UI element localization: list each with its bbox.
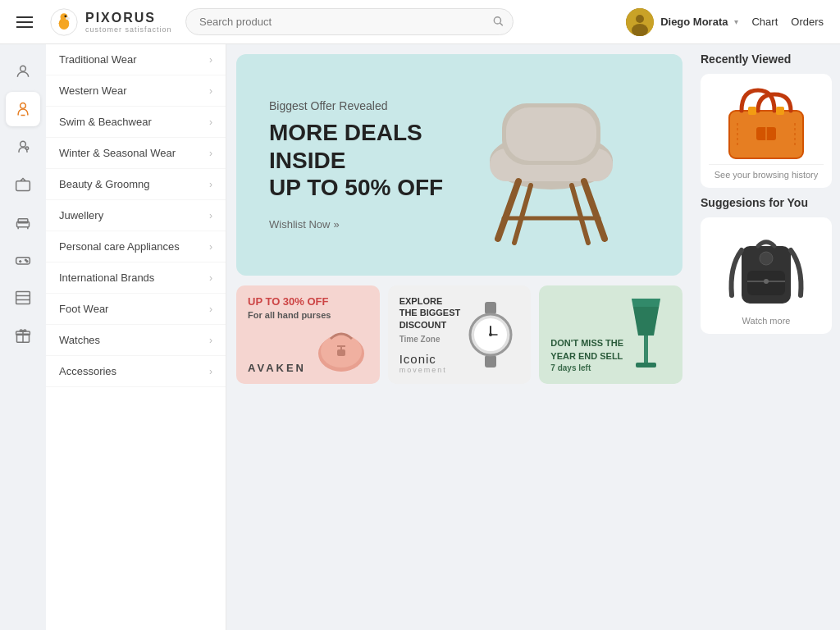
recently-viewed-card: See your browsing history xyxy=(701,74,832,188)
category-label: Beauty & Groomng xyxy=(59,178,150,190)
category-label: Swim & Beachwear xyxy=(59,116,152,128)
category-arrow-icon: › xyxy=(209,54,212,66)
sub-banner-purse[interactable]: UP TO 30% OFF For all hand purses AVAKEN xyxy=(236,285,380,384)
svg-rect-34 xyxy=(506,107,596,161)
chair-illustration xyxy=(453,79,650,251)
recently-viewed-title: Recently Viewed xyxy=(701,52,832,66)
right-panel: Recently Viewed See your xyxy=(692,44,840,630)
logo-tagline: customer satisfaction xyxy=(85,25,172,34)
svg-point-11 xyxy=(21,103,26,109)
svg-line-35 xyxy=(498,181,518,239)
category-item[interactable]: Accessories› xyxy=(46,356,226,387)
sidebar-item-customer[interactable] xyxy=(6,130,40,164)
content-area: Biggest Offer Revealed MORE DEALS INSIDE… xyxy=(226,44,692,630)
category-label: Winter & Seasonal Wear xyxy=(59,147,176,159)
category-label: Western Wear xyxy=(59,84,127,97)
sidebar-item-user[interactable] xyxy=(6,54,40,89)
main-layout: Traditional Wear›Western Wear›Swim & Bea… xyxy=(0,44,840,630)
search-bar xyxy=(185,8,514,35)
banner-wishlist-link[interactable]: Wishlist Now » xyxy=(269,218,453,231)
category-label: Juwellery xyxy=(59,209,103,221)
orders-link[interactable]: Orders xyxy=(791,16,824,28)
banner-headline: MORE DEALS INSIDE UP TO 50% OFF xyxy=(269,119,453,202)
svg-point-13 xyxy=(21,141,26,147)
category-item[interactable]: Winter & Seasonal Wear› xyxy=(46,138,226,169)
svg-point-24 xyxy=(26,261,28,262)
sub-banner-2-text: EXPLORE THE BIGGEST DISCOUNT Time Zone xyxy=(399,295,461,345)
category-label: Traditional Wear xyxy=(59,53,137,66)
category-item[interactable]: Watches› xyxy=(46,325,226,356)
svg-rect-17 xyxy=(18,219,28,223)
user-area[interactable]: Diego Morata ▾ xyxy=(626,8,738,36)
sidebar-item-controller[interactable] xyxy=(6,243,40,277)
category-item[interactable]: Juwellery› xyxy=(46,200,226,231)
sidebar-item-person[interactable] xyxy=(6,92,40,126)
svg-point-4 xyxy=(64,15,66,17)
category-arrow-icon: › xyxy=(209,272,212,284)
svg-rect-45 xyxy=(485,302,496,314)
category-label: Personal care Appliances xyxy=(59,240,180,253)
sub-banner-1-offer: UP TO 30% OFF xyxy=(248,295,331,309)
category-item[interactable]: Western Wear› xyxy=(46,75,226,107)
avaken-logo: AVAKEN xyxy=(248,362,306,374)
orange-bag-icon xyxy=(717,82,815,164)
sub-banner-watch[interactable]: EXPLORE THE BIGGEST DISCOUNT Time Zone xyxy=(388,285,532,384)
category-item[interactable]: Swim & Beachwear› xyxy=(46,107,226,138)
suggestions-title: Suggesions for You xyxy=(701,196,832,209)
svg-point-10 xyxy=(21,66,26,71)
search-input[interactable] xyxy=(185,8,514,35)
category-arrow-icon: › xyxy=(209,116,212,128)
category-label: Watches xyxy=(59,334,100,346)
svg-rect-58 xyxy=(748,107,756,115)
category-arrow-icon: › xyxy=(209,366,212,377)
sidebar-item-shelves[interactable] xyxy=(6,281,40,315)
chair-svg xyxy=(453,79,650,251)
logo-name: PIXORUS xyxy=(85,11,172,25)
svg-line-6 xyxy=(500,23,503,25)
sub-banner-3-text: DON'T MISS THE YEAR END SELL 7 days left xyxy=(550,337,623,374)
svg-point-14 xyxy=(25,147,28,149)
category-menu: Traditional Wear›Western Wear›Swim & Bea… xyxy=(46,44,226,630)
search-button[interactable] xyxy=(492,15,504,29)
user-name: Diego Morata xyxy=(660,16,728,28)
banner-subtitle: Biggest Offer Revealed xyxy=(269,99,453,112)
category-item[interactable]: Traditional Wear› xyxy=(46,44,226,75)
sidebar-item-gift[interactable] xyxy=(6,318,40,353)
sidebar-item-tv[interactable] xyxy=(6,167,40,202)
category-item[interactable]: Beauty & Groomng› xyxy=(46,169,226,200)
sub-banner-1-sub: For all hand purses xyxy=(248,309,331,321)
chart-link[interactable]: Chart xyxy=(751,16,778,28)
category-item[interactable]: Personal care Appliances› xyxy=(46,231,226,262)
avatar xyxy=(626,8,654,36)
svg-rect-59 xyxy=(776,107,784,115)
hamburger-menu[interactable] xyxy=(16,16,33,28)
svg-rect-54 xyxy=(636,363,656,368)
category-item[interactable]: International Brands› xyxy=(46,262,226,294)
svg-rect-46 xyxy=(485,355,496,368)
sidebar-item-sofa[interactable] xyxy=(6,205,40,240)
avatar-image xyxy=(626,8,654,36)
category-label: Foot Wear xyxy=(59,303,108,315)
sidebar-icons xyxy=(0,44,46,630)
logo-bird-icon xyxy=(49,7,79,37)
watch-more-link[interactable]: Watch more xyxy=(709,316,824,326)
sub-banners: UP TO 30% OFF For all hand purses AVAKEN xyxy=(236,285,682,384)
svg-rect-53 xyxy=(644,336,648,364)
svg-point-51 xyxy=(489,333,492,336)
svg-point-68 xyxy=(760,252,773,265)
lamp-icon xyxy=(619,290,673,372)
category-label: International Brands xyxy=(59,272,154,284)
sub-banner-1-text: UP TO 30% OFF For all hand purses xyxy=(248,295,331,321)
category-arrow-icon: › xyxy=(209,241,212,253)
browsing-history-link[interactable]: See your browsing history xyxy=(709,164,824,180)
iconic-logo: Iconic movement xyxy=(399,352,447,374)
category-arrow-icon: › xyxy=(209,179,212,190)
svg-point-5 xyxy=(494,16,500,23)
sub-banner-lamp[interactable]: DON'T MISS THE YEAR END SELL 7 days left xyxy=(539,285,682,384)
banner-text: Biggest Offer Revealed MORE DEALS INSIDE… xyxy=(269,99,453,231)
category-item[interactable]: Foot Wear› xyxy=(46,294,226,325)
header: PIXORUS customer satisfaction Diego Mora… xyxy=(0,0,840,44)
iconic-sub: movement xyxy=(399,366,447,374)
category-arrow-icon: › xyxy=(209,85,212,97)
svg-marker-55 xyxy=(632,299,660,307)
